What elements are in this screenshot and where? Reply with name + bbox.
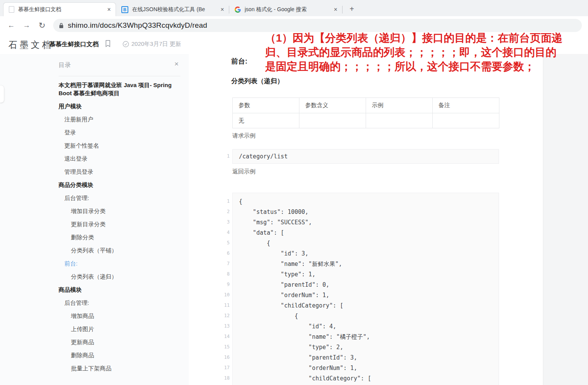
line-number: 13: [223, 321, 230, 331]
line-number-gutter: 1: [223, 149, 232, 164]
code-line: "parentId": 0,: [233, 280, 499, 290]
toc-item[interactable]: 上传图片: [59, 325, 186, 333]
toc-item[interactable]: 增加商品: [59, 312, 186, 320]
tab-1[interactable]: 慕慕生鲜接口文档: [3, 2, 116, 16]
code-line: "msg": "SUCCESS",: [233, 217, 499, 228]
table-header-cell: 示例: [366, 98, 433, 113]
browser-window: 慕慕生鲜接口文档B在线JSON校验格式化工具 (Bejson 格式化 - Goo…: [0, 0, 588, 385]
code-line: "orderNum": 1,: [233, 290, 499, 301]
bejson-favicon: B: [121, 6, 128, 13]
request-code-block: 1 /category/list: [223, 149, 499, 164]
back-button[interactable]: [6, 20, 16, 30]
table-cell: [299, 113, 366, 128]
line-number: 6: [223, 248, 230, 259]
toc-item[interactable]: 删除商品: [59, 351, 186, 359]
url-text: shimo.im/docs/K3WhpQ33RcqvkdyD/read: [68, 21, 207, 30]
toc-item[interactable]: 商品分类模块: [59, 181, 186, 189]
check-circle-icon: [123, 41, 129, 49]
reload-button[interactable]: [37, 20, 47, 30]
code-line: "childCategory": [: [233, 301, 499, 311]
response-code-block: 123456789101112131415161718 { "status": …: [223, 193, 499, 385]
code-line: "type": 2,: [233, 342, 499, 353]
tab-2[interactable]: B在线JSON校验格式化工具 (Be: [116, 3, 229, 16]
tab-close-icon[interactable]: [219, 6, 226, 13]
forward-button[interactable]: [22, 20, 32, 30]
request-example-label: 请求示例: [232, 132, 255, 140]
shimo-logo[interactable]: 石墨文档: [8, 39, 53, 51]
toc-item[interactable]: 注册新用户: [59, 115, 186, 123]
param-table: 参数参数含义示例备注 无: [232, 98, 499, 128]
tab-separator: [342, 6, 343, 13]
tab-close-icon[interactable]: [332, 6, 339, 13]
toc-item[interactable]: 商品模块: [59, 286, 186, 294]
table-header-cell: 参数: [233, 98, 299, 113]
line-number: 3: [223, 217, 230, 227]
line-number: 18: [223, 373, 230, 383]
line-number: 4: [223, 227, 230, 238]
toc-item[interactable]: 退出登录: [59, 155, 186, 163]
toc-item[interactable]: 后台管理:: [59, 194, 186, 202]
tab-strip: 慕慕生鲜接口文档B在线JSON校验格式化工具 (Bejson 格式化 - Goo…: [0, 0, 588, 16]
code-line: "name": "新鲜水果",: [233, 259, 499, 269]
code-line: "parentId": 3,: [233, 353, 499, 363]
line-number: 15: [223, 342, 230, 352]
toc-item[interactable]: 后台管理:: [59, 299, 186, 307]
red-annotation-text: （1）因为【分类列表（递归）】接口的目的是：在前台页面递归、目录式的显示商品的列…: [265, 31, 563, 74]
toc-item[interactable]: 更新商品: [59, 338, 186, 346]
drawer-handle[interactable]: [0, 86, 4, 103]
code-line: "status": 10000,: [233, 207, 499, 217]
tab-title: json 格式化 - Google 搜索: [245, 6, 332, 13]
lock-icon[interactable]: [59, 22, 64, 29]
line-number: 5: [223, 238, 230, 248]
line-number: 7: [223, 259, 230, 269]
code-line: /category/list: [233, 150, 499, 163]
code-line: "name": "橘子橙子",: [233, 332, 499, 342]
code-line: "id": 3,: [233, 249, 499, 259]
code-body: /category/list: [232, 149, 499, 164]
api-heading: 分类列表（递归）: [231, 77, 284, 86]
line-number: 17: [223, 363, 230, 373]
tab-close-icon[interactable]: [106, 6, 113, 13]
updated-timestamp: 2020年3月7日 更新: [131, 40, 181, 48]
code-body: { "status": 10000, "msg": "SUCCESS", "da…: [232, 193, 499, 385]
toc-item[interactable]: 分类列表（平铺）: [59, 246, 186, 254]
toc-item[interactable]: 更新个性签名: [59, 141, 186, 150]
annotation-line: 归、目录式的显示商品的列表；；；；；即，这个接口的目的: [265, 45, 563, 59]
toc-item[interactable]: 管理员登录: [59, 168, 186, 176]
toc-item[interactable]: 分类列表（递归）: [59, 272, 186, 281]
table-row: 无: [233, 113, 499, 128]
bookmark-icon[interactable]: [105, 40, 111, 49]
new-tab-button[interactable]: [346, 4, 357, 15]
toc-item[interactable]: 增加目录分类: [59, 207, 186, 215]
toc-divider: [59, 76, 180, 76]
page-background-strip: [543, 54, 588, 385]
code-line: "type": 1,: [233, 269, 499, 280]
table-cell: [433, 113, 499, 128]
toc-item[interactable]: 用户模块: [59, 102, 186, 110]
google-favicon: [235, 7, 241, 13]
toc-item[interactable]: 登录: [59, 128, 186, 136]
annotation-line: 是固定且明确的；；；；；所以，这个接口不需要参数；: [265, 59, 563, 74]
code-line: {: [233, 238, 499, 249]
address-bar[interactable]: shimo.im/docs/K3WhpQ33RcqvkdyD/read: [53, 19, 582, 32]
toc-item[interactable]: 更新目录分类: [59, 220, 186, 228]
toc-item[interactable]: 本文档用于慕课网就业班 Java 项目- Spring Boot 慕慕生鲜电商项…: [59, 81, 186, 97]
line-number: 14: [223, 331, 230, 342]
line-number: 1: [223, 149, 230, 163]
tabs-container: 慕慕生鲜接口文档B在线JSON校验格式化工具 (Bejson 格式化 - Goo…: [0, 0, 342, 16]
code-line: "childCategory": [: [233, 373, 499, 384]
toc-item[interactable]: 删除分类: [59, 233, 186, 241]
table-header-cell: 参数含义: [299, 98, 366, 113]
toc-close-icon[interactable]: [173, 60, 180, 68]
table-cell: [366, 113, 433, 128]
line-number: 11: [223, 300, 230, 311]
code-line: "data": [: [233, 228, 499, 238]
line-number: 12: [223, 311, 230, 321]
toc-item[interactable]: 批量上下架商品: [59, 364, 186, 372]
annotation-line: （1）因为【分类列表（递归）】接口的目的是：在前台页面递: [265, 31, 563, 45]
line-number: 1: [223, 196, 230, 207]
line-number: 8: [223, 269, 230, 279]
toc-item-frontend[interactable]: 前台:: [59, 259, 186, 267]
toc-list: 本文档用于慕课网就业班 Java 项目- Spring Boot 慕慕生鲜电商项…: [59, 81, 186, 377]
tab-3[interactable]: json 格式化 - Google 搜索: [229, 3, 342, 16]
